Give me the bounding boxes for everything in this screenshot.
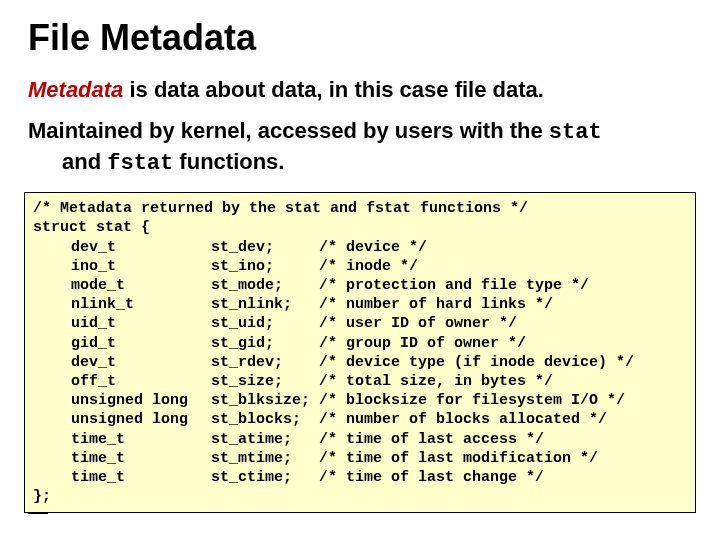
code-field-row: nlink_tst_nlink;/* number of hard links … — [33, 295, 687, 314]
slide: File Metadata Metadata is data about dat… — [0, 0, 720, 540]
code-field-type: time_t — [33, 449, 211, 468]
slide-title: File Metadata — [28, 18, 692, 58]
code-fields: dev_tst_dev;/* device */ino_tst_ino;/* i… — [33, 238, 687, 487]
code-field-comment: /* user ID of owner */ — [319, 314, 687, 333]
code-field-comment: /* device type (if inode device) */ — [319, 353, 687, 372]
code-field-type: dev_t — [33, 238, 211, 257]
code-field-type: unsigned long — [33, 391, 211, 410]
code-field-name: st_nlink; — [211, 295, 319, 314]
desc-indent: and fstat functions. — [28, 149, 284, 174]
code-field-comment: /* time of last access */ — [319, 430, 687, 449]
code-block: /* Metadata returned by the stat and fst… — [24, 192, 696, 513]
code-field-name: st_size; — [211, 372, 319, 391]
code-field-row: off_tst_size;/* total size, in bytes */ — [33, 372, 687, 391]
code-field-row: time_tst_ctime;/* time of last change */ — [33, 468, 687, 487]
code-field-type: time_t — [33, 468, 211, 487]
code-field-name: st_uid; — [211, 314, 319, 333]
code-field-name: st_ino; — [211, 257, 319, 276]
code-field-comment: /* protection and file type */ — [319, 276, 687, 295]
intro-line: Metadata is data about data, in this cas… — [28, 76, 692, 104]
desc-l2-pre: and — [62, 149, 107, 174]
code-field-type: ino_t — [33, 257, 211, 276]
code-field-row: dev_tst_rdev;/* device type (if inode de… — [33, 353, 687, 372]
code-field-type: uid_t — [33, 314, 211, 333]
footer-rule — [28, 513, 48, 514]
code-field-row: time_tst_mtime;/* time of last modificat… — [33, 449, 687, 468]
code-field-type: gid_t — [33, 334, 211, 353]
description-line: Maintained by kernel, accessed by users … — [28, 117, 692, 178]
code-field-name: st_ctime; — [211, 468, 319, 487]
code-struct-close: }; — [33, 487, 687, 506]
code-field-type: off_t — [33, 372, 211, 391]
code-field-comment: /* number of hard links */ — [319, 295, 687, 314]
code-field-row: unsigned longst_blksize;/* blocksize for… — [33, 391, 687, 410]
code-field-type: dev_t — [33, 353, 211, 372]
intro-rest: is data about data, in this case file da… — [123, 77, 544, 102]
code-field-row: time_tst_atime;/* time of last access */ — [33, 430, 687, 449]
code-field-row: mode_tst_mode;/* protection and file typ… — [33, 276, 687, 295]
code-field-type: mode_t — [33, 276, 211, 295]
code-field-name: st_gid; — [211, 334, 319, 353]
code-field-comment: /* blocksize for filesystem I/O */ — [319, 391, 687, 410]
code-field-comment: /* group ID of owner */ — [319, 334, 687, 353]
code-comment-top: /* Metadata returned by the stat and fst… — [33, 199, 687, 218]
code-field-comment: /* number of blocks allocated */ — [319, 410, 687, 429]
code-field-name: st_blksize; — [211, 391, 319, 410]
intro-keyword: Metadata — [28, 77, 123, 102]
code-struct-open: struct stat { — [33, 218, 687, 237]
desc-code-stat: stat — [549, 120, 602, 145]
code-field-row: unsigned longst_blocks;/* number of bloc… — [33, 410, 687, 429]
code-field-row: gid_tst_gid;/* group ID of owner */ — [33, 334, 687, 353]
desc-l2-post: functions. — [173, 149, 284, 174]
code-field-type: unsigned long — [33, 410, 211, 429]
code-field-comment: /* inode */ — [319, 257, 687, 276]
code-field-name: st_mode; — [211, 276, 319, 295]
code-field-type: time_t — [33, 430, 211, 449]
code-field-name: st_mtime; — [211, 449, 319, 468]
code-field-name: st_rdev; — [211, 353, 319, 372]
code-field-comment: /* device */ — [319, 238, 687, 257]
code-field-row: uid_tst_uid;/* user ID of owner */ — [33, 314, 687, 333]
code-field-type: nlink_t — [33, 295, 211, 314]
code-field-comment: /* time of last change */ — [319, 468, 687, 487]
desc-l1-pre: Maintained by kernel, accessed by users … — [28, 118, 549, 143]
code-field-comment: /* time of last modification */ — [319, 449, 687, 468]
code-field-name: st_blocks; — [211, 410, 319, 429]
code-field-name: st_dev; — [211, 238, 319, 257]
code-field-row: ino_tst_ino;/* inode */ — [33, 257, 687, 276]
desc-code-fstat: fstat — [107, 151, 173, 176]
code-field-comment: /* total size, in bytes */ — [319, 372, 687, 391]
code-field-row: dev_tst_dev;/* device */ — [33, 238, 687, 257]
code-field-name: st_atime; — [211, 430, 319, 449]
